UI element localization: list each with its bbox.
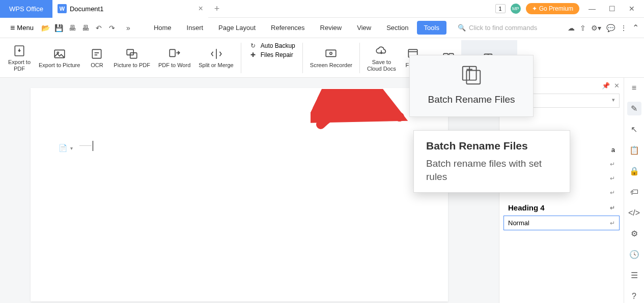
collapse-ribbon-icon[interactable]: ⌃ (632, 23, 639, 33)
style-heading4[interactable]: Heading 4 ↵ (503, 200, 620, 216)
close-panel-icon[interactable]: ✕ (614, 82, 620, 89)
minimize-button[interactable]: — (584, 3, 600, 15)
menu-insert[interactable]: Insert (180, 21, 211, 35)
comment-icon[interactable]: 💬 (606, 24, 615, 32)
open-icon[interactable]: 📂 (40, 22, 52, 34)
lock-icon[interactable]: 🔒 (627, 164, 641, 178)
menu-page-layout[interactable]: Page Layout (211, 21, 263, 35)
clipboard-icon[interactable]: 📋 (627, 143, 641, 157)
ocr-button[interactable]: OCR (84, 40, 109, 76)
list-icon[interactable]: ☰ (627, 268, 641, 282)
document-page[interactable]: 📄 ▾ (31, 88, 448, 301)
go-premium-button[interactable]: ✦ Go Premium (526, 3, 579, 14)
paragraph-mark-icon: ↵ (610, 161, 615, 168)
undo-icon[interactable]: ↶ (93, 22, 105, 34)
ribbon-label: Export to PDF (8, 59, 31, 72)
close-tab-icon[interactable]: × (198, 4, 203, 13)
share-icon[interactable]: ⇪ (580, 24, 586, 32)
document-tab[interactable]: W Document1 × (52, 0, 208, 18)
style-label: Normal (508, 219, 529, 227)
premium-icon: ✦ (532, 5, 537, 12)
search-icon: 🔍 (458, 24, 466, 32)
pdf-to-word-icon (168, 47, 181, 61)
flyout-title: Batch Rename Files (410, 94, 533, 111)
ribbon: Export to PDF Export to Picture OCR Pict… (0, 38, 644, 78)
menu-view[interactable]: View (350, 21, 378, 35)
export-to-picture-button[interactable]: Export to Picture (35, 40, 84, 76)
ribbon-label: PDF to Word (158, 62, 190, 69)
print-icon[interactable]: 🖶 (66, 22, 78, 34)
picture-to-pdf-button[interactable]: Picture to PDF (109, 40, 154, 76)
code-icon[interactable]: </> (627, 206, 641, 220)
menubar: ≡ Menu 📂 💾 🖶 🖶 ↶ ↷ » Home Insert Page La… (0, 18, 644, 38)
more-icon[interactable]: ⋮ (620, 24, 627, 32)
drag-handle-icon[interactable]: ≡ (627, 81, 641, 95)
tag-icon[interactable]: 🏷 (627, 185, 641, 199)
command-search[interactable]: 🔍 Click to find commands (458, 24, 537, 32)
print-preview-icon[interactable]: 🖶 (79, 22, 92, 34)
redo-icon[interactable]: ↷ (106, 22, 118, 34)
sliders-icon[interactable]: ⚙ (627, 227, 641, 240)
svg-rect-15 (466, 70, 480, 84)
maximize-button[interactable]: ☐ (605, 3, 620, 15)
menu-home[interactable]: Home (147, 21, 179, 35)
ribbon-label: Screen Recorder (310, 62, 352, 69)
pdf-to-word-button[interactable]: PDF to Word (154, 40, 194, 76)
cursor-select-icon[interactable]: ↖ (627, 123, 641, 136)
ribbon-separator (359, 43, 360, 73)
ribbon-separator (241, 43, 241, 73)
cloud-icon[interactable]: ☁ (568, 24, 575, 32)
split-or-merge-button[interactable]: Split or Merge (194, 40, 237, 76)
search-placeholder: Click to find commands (469, 24, 537, 32)
titlebar: WPS Office W Document1 × + 1 MP ✦ Go Pre… (0, 0, 644, 18)
style-normal[interactable]: Normal ↵ (503, 216, 620, 230)
new-tab-button[interactable]: + (208, 4, 226, 14)
export-to-pdf-button[interactable]: Export to PDF (4, 40, 35, 76)
repair-icon: ✚ (248, 51, 258, 58)
picture-to-pdf-icon (125, 47, 138, 61)
close-button[interactable]: ✕ (625, 3, 639, 15)
backup-icon: ↻ (248, 42, 258, 49)
save-to-cloud-button[interactable]: Save to Cloud Docs (363, 40, 400, 76)
pdf-export-icon (13, 44, 26, 58)
help-icon[interactable]: ? (627, 289, 641, 303)
menu-tools[interactable]: Tools (417, 21, 446, 35)
qa-more-icon[interactable]: » (122, 22, 134, 34)
edit-icon[interactable]: ✎ (627, 102, 641, 115)
user-avatar[interactable]: MP (511, 4, 521, 14)
batch-rename-flyout[interactable]: Batch Rename Files (409, 55, 534, 117)
ribbon-label: Auto Backup (261, 42, 295, 49)
paragraph-mark-icon: ↵ (610, 189, 615, 196)
save-icon[interactable]: 💾 (53, 22, 65, 34)
premium-label: Go Premium (539, 5, 573, 12)
files-repair-button[interactable]: ✚ Files Repair (248, 51, 295, 58)
auto-backup-button[interactable]: ↻ Auto Backup (248, 42, 295, 49)
app-tab[interactable]: WPS Office (0, 0, 52, 18)
svg-point-8 (330, 52, 332, 54)
svg-rect-6 (170, 50, 175, 57)
page-icon: 📄 (59, 144, 67, 152)
settings-dropdown-icon[interactable]: ⚙▾ (591, 24, 601, 32)
text-cursor (93, 141, 93, 151)
style-label: Heading 4 (508, 203, 545, 212)
document-tab-label: Document1 (70, 5, 103, 13)
menu-review[interactable]: Review (313, 21, 349, 35)
menu-button[interactable]: ≡ Menu (5, 21, 39, 35)
counter-badge[interactable]: 1 (495, 4, 506, 13)
ribbon-label: Split or Merge (199, 62, 233, 69)
pin-icon[interactable]: 📌 (602, 82, 610, 89)
tooltip-title: Batch Rename Files (426, 140, 557, 152)
chevron-down-icon: ▾ (70, 145, 73, 151)
paragraph-mark-icon: ↵ (610, 220, 615, 227)
picture-export-icon (53, 47, 66, 61)
ocr-icon (90, 47, 103, 61)
ribbon-label: OCR (91, 62, 103, 69)
history-icon[interactable]: 🕓 (627, 248, 641, 261)
menu-references[interactable]: References (264, 21, 312, 35)
menu-section[interactable]: Section (379, 21, 415, 35)
page-indicator[interactable]: 📄 ▾ (59, 144, 73, 152)
screen-recorder-button[interactable]: Screen Recorder (306, 40, 356, 76)
batch-rename-large-icon (410, 64, 533, 87)
writer-icon: W (58, 4, 67, 13)
svg-rect-3 (93, 50, 101, 58)
